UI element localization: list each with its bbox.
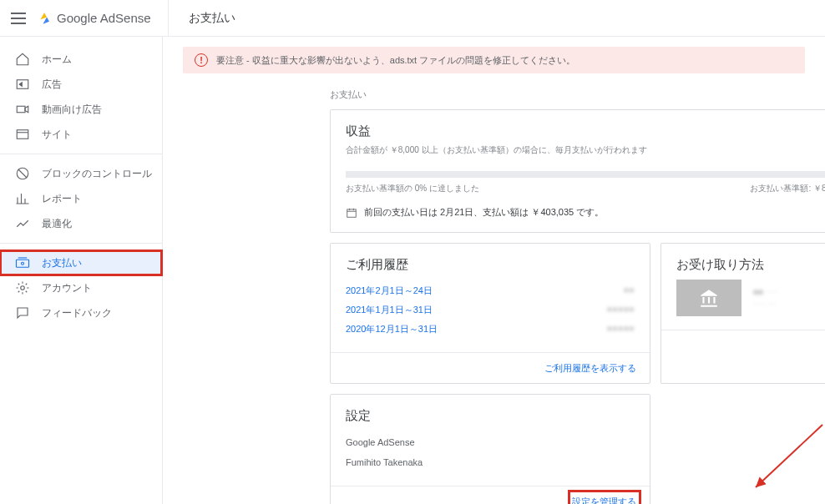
history-title: ご利用履歴	[346, 257, 635, 273]
method-details: ■■ ･･･ ･･･ ･･	[753, 285, 778, 310]
history-link[interactable]: 2021年2月1日～24日	[346, 285, 433, 297]
earnings-progress-bar	[346, 171, 825, 178]
optimize-icon	[15, 216, 30, 231]
home-icon	[15, 52, 30, 67]
settings-line: Fumihito Takenaka	[346, 452, 635, 472]
history-row: 2020年12月1日～31日 ●●●●●	[346, 320, 635, 339]
sidebar-item-label: ブロックのコントロール	[42, 167, 152, 181]
method-title: お受け取り方法	[676, 257, 825, 273]
settings-line: Google AdSense	[346, 432, 635, 452]
sidebar-item-optimize[interactable]: 最適化	[0, 211, 162, 236]
sidebar-item-account[interactable]: アカウント	[0, 275, 162, 300]
divider	[0, 243, 162, 244]
history-amount: ●●●●●	[606, 304, 634, 316]
alert-text: 要注意 - 収益に重大な影響が出ないよう、ads.txt ファイルの問題を修正し…	[216, 54, 575, 67]
svg-rect-0	[17, 80, 28, 89]
settings-card-real: 設定 Google AdSense Fumihito Takenaka 設定を管…	[330, 394, 650, 504]
report-icon	[15, 191, 30, 206]
sidebar-item-label: お支払い	[42, 256, 82, 270]
history-amount: ●●●●●	[606, 323, 634, 335]
svg-rect-2	[17, 130, 28, 139]
svg-rect-7	[347, 209, 357, 216]
history-link[interactable]: 2020年12月1日～31日	[346, 323, 438, 335]
sidebar-item-label: サイト	[42, 128, 72, 142]
svg-point-6	[21, 286, 25, 290]
sidebar-item-home[interactable]: ホーム	[0, 47, 162, 72]
earnings-title: 収益	[346, 123, 825, 139]
history-row: 2021年1月1日～31日 ●●●●●	[346, 300, 635, 320]
last-payment-text: 前回の支払い日は 2月21日、支払い額は ￥403,035 です。	[364, 206, 604, 219]
settings-manage-link[interactable]: 設定を管理する	[572, 496, 636, 504]
history-footer-link[interactable]: ご利用履歴を表示する	[544, 363, 636, 373]
progress-left-text: お支払い基準額の 0% に達しました	[346, 183, 479, 194]
alert-icon: !	[195, 53, 208, 67]
hamburger-icon	[11, 13, 26, 24]
history-card: ご利用履歴 2021年2月1日～24日 ●● 2021年1月1日～31日 ●●●…	[330, 243, 650, 384]
brand: Google AdSense	[37, 0, 169, 36]
site-icon	[15, 127, 30, 142]
settings-title: 設定	[346, 408, 635, 424]
svg-point-5	[22, 262, 24, 265]
sidebar: ホーム 広告 動画向け広告 サイト ブロックのコントロール レポート	[0, 37, 163, 504]
sidebar-item-label: フィードバック	[42, 306, 112, 320]
sidebar-item-ads[interactable]: 広告	[0, 72, 162, 97]
sidebar-item-site[interactable]: サイト	[0, 122, 162, 147]
earnings-card: 収益 合計金額が ￥8,000 以上（お支払い基準額）の場合に、毎月支払いが行わ…	[330, 109, 825, 233]
sidebar-item-report[interactable]: レポート	[0, 186, 162, 211]
history-link[interactable]: 2021年1月1日～31日	[346, 304, 433, 316]
sidebar-item-feedback[interactable]: フィードバック	[0, 300, 162, 325]
bank-icon	[676, 280, 741, 316]
earnings-subtitle: 合計金額が ￥8,000 以上（お支払い基準額）の場合に、毎月支払いが行われます	[346, 144, 825, 156]
alert-banner[interactable]: ! 要注意 - 収益に重大な影響が出ないよう、ads.txt ファイルの問題を修…	[183, 47, 805, 73]
adsense-logo-icon	[37, 11, 52, 26]
history-row: 2021年2月1日～24日 ●●	[346, 281, 635, 300]
sidebar-item-label: レポート	[42, 192, 82, 206]
calendar-icon	[346, 207, 357, 219]
svg-line-8	[756, 425, 822, 487]
sidebar-item-video[interactable]: 動画向け広告	[0, 97, 162, 122]
ads-icon	[15, 77, 30, 92]
sidebar-item-payment[interactable]: お支払い	[0, 250, 162, 275]
account-icon	[15, 280, 30, 295]
divider	[0, 154, 162, 154]
payment-icon	[15, 255, 30, 270]
brand-text: Google AdSense	[57, 11, 151, 25]
last-payment: 前回の支払い日は 2月21日、支払い額は ￥403,035 です。	[346, 206, 825, 219]
sidebar-item-label: ホーム	[42, 53, 72, 67]
feedback-icon	[15, 305, 30, 320]
history-amount: ●●	[623, 285, 634, 297]
sidebar-item-label: 最適化	[42, 217, 72, 231]
video-icon	[15, 102, 30, 117]
section-heading: お支払い	[330, 88, 805, 101]
sidebar-item-label: 動画向け広告	[42, 103, 102, 117]
method-card: お受け取り方法 ■■ ･･･ ･･･ ･･	[661, 243, 825, 384]
page-title: お支払い	[169, 11, 235, 26]
sidebar-item-block[interactable]: ブロックのコントロール	[0, 161, 162, 186]
sidebar-item-label: 広告	[42, 78, 62, 92]
svg-rect-1	[17, 106, 25, 113]
svg-rect-4	[17, 260, 29, 267]
progress-right-text: お支払い基準額: ￥8,000	[750, 183, 825, 194]
block-icon	[15, 166, 30, 181]
main: ! 要注意 - 収益に重大な影響が出ないよう、ads.txt ファイルの問題を修…	[163, 37, 825, 504]
menu-button[interactable]	[0, 13, 37, 24]
sidebar-item-label: アカウント	[42, 281, 92, 295]
annotation-arrow	[747, 421, 825, 496]
